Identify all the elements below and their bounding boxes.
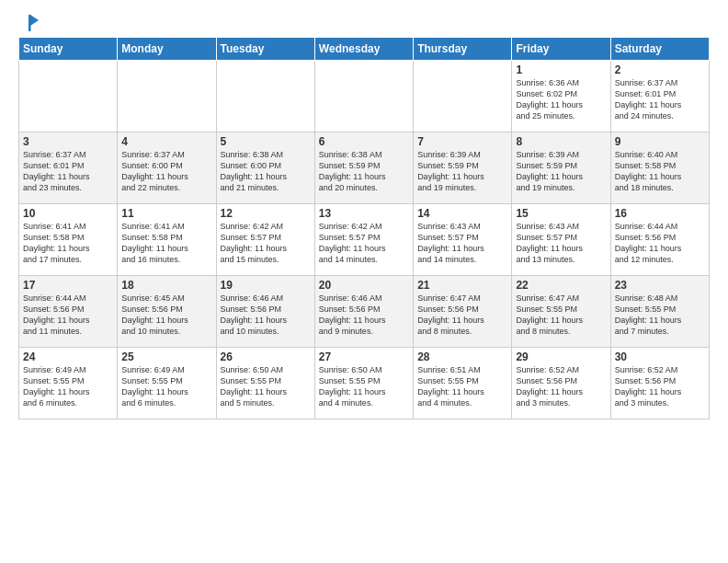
day-info: Sunrise: 6:37 AM Sunset: 6:01 PM Dayligh… bbox=[23, 149, 113, 194]
day-number: 8 bbox=[516, 135, 606, 148]
day-info: Sunrise: 6:52 AM Sunset: 5:56 PM Dayligh… bbox=[615, 364, 705, 409]
calendar-week-5: 24Sunrise: 6:49 AM Sunset: 5:55 PM Dayli… bbox=[19, 348, 710, 419]
calendar-cell: 22Sunrise: 6:47 AM Sunset: 5:55 PM Dayli… bbox=[512, 276, 610, 348]
day-number: 21 bbox=[417, 279, 507, 292]
day-info: Sunrise: 6:38 AM Sunset: 6:00 PM Dayligh… bbox=[221, 149, 311, 194]
calendar-cell: 1Sunrise: 6:36 AM Sunset: 6:02 PM Daylig… bbox=[512, 61, 610, 132]
day-number: 3 bbox=[23, 135, 113, 148]
calendar-cell bbox=[216, 61, 314, 132]
day-info: Sunrise: 6:45 AM Sunset: 5:56 PM Dayligh… bbox=[121, 293, 211, 338]
day-number: 25 bbox=[121, 350, 211, 363]
calendar-cell: 14Sunrise: 6:43 AM Sunset: 5:57 PM Dayli… bbox=[414, 204, 512, 276]
calendar-cell: 2Sunrise: 6:37 AM Sunset: 6:01 PM Daylig… bbox=[610, 61, 709, 132]
calendar-cell: 8Sunrise: 6:39 AM Sunset: 5:59 PM Daylig… bbox=[512, 132, 610, 204]
day-info: Sunrise: 6:49 AM Sunset: 5:55 PM Dayligh… bbox=[121, 364, 211, 409]
calendar-header-row: SundayMondayTuesdayWednesdayThursdayFrid… bbox=[19, 38, 710, 61]
calendar-cell: 30Sunrise: 6:52 AM Sunset: 5:56 PM Dayli… bbox=[610, 348, 709, 419]
calendar-col-tuesday: Tuesday bbox=[216, 38, 314, 61]
day-info: Sunrise: 6:44 AM Sunset: 5:56 PM Dayligh… bbox=[615, 221, 705, 266]
day-info: Sunrise: 6:47 AM Sunset: 5:56 PM Dayligh… bbox=[417, 293, 507, 338]
day-info: Sunrise: 6:41 AM Sunset: 5:58 PM Dayligh… bbox=[121, 221, 211, 266]
day-number: 27 bbox=[319, 350, 409, 363]
calendar-col-monday: Monday bbox=[118, 38, 216, 61]
day-number: 22 bbox=[516, 279, 606, 292]
calendar-cell: 17Sunrise: 6:44 AM Sunset: 5:56 PM Dayli… bbox=[19, 276, 118, 348]
day-number: 10 bbox=[23, 207, 113, 220]
calendar-cell: 25Sunrise: 6:49 AM Sunset: 5:55 PM Dayli… bbox=[118, 348, 216, 419]
calendar-week-1: 1Sunrise: 6:36 AM Sunset: 6:02 PM Daylig… bbox=[19, 61, 710, 132]
day-number: 9 bbox=[615, 135, 705, 148]
calendar-cell: 20Sunrise: 6:46 AM Sunset: 5:56 PM Dayli… bbox=[314, 276, 413, 348]
day-number: 17 bbox=[23, 279, 113, 292]
day-number: 28 bbox=[417, 350, 507, 363]
day-number: 23 bbox=[615, 279, 705, 292]
day-number: 13 bbox=[319, 207, 409, 220]
day-info: Sunrise: 6:51 AM Sunset: 5:55 PM Dayligh… bbox=[417, 364, 507, 409]
day-info: Sunrise: 6:50 AM Sunset: 5:55 PM Dayligh… bbox=[221, 364, 311, 409]
day-number: 26 bbox=[221, 350, 311, 363]
day-info: Sunrise: 6:46 AM Sunset: 5:56 PM Dayligh… bbox=[221, 293, 311, 338]
calendar-cell: 7Sunrise: 6:39 AM Sunset: 5:59 PM Daylig… bbox=[414, 132, 512, 204]
day-info: Sunrise: 6:43 AM Sunset: 5:57 PM Dayligh… bbox=[417, 221, 507, 266]
calendar-col-wednesday: Wednesday bbox=[314, 38, 413, 61]
day-info: Sunrise: 6:40 AM Sunset: 5:58 PM Dayligh… bbox=[615, 149, 705, 194]
calendar-cell: 6Sunrise: 6:38 AM Sunset: 5:59 PM Daylig… bbox=[314, 132, 413, 204]
day-number: 1 bbox=[516, 63, 606, 76]
calendar-cell: 4Sunrise: 6:37 AM Sunset: 6:00 PM Daylig… bbox=[118, 132, 216, 204]
calendar-week-3: 10Sunrise: 6:41 AM Sunset: 5:58 PM Dayli… bbox=[19, 204, 710, 276]
calendar-cell: 29Sunrise: 6:52 AM Sunset: 5:56 PM Dayli… bbox=[512, 348, 610, 419]
calendar-cell: 16Sunrise: 6:44 AM Sunset: 5:56 PM Dayli… bbox=[610, 204, 709, 276]
calendar-cell: 27Sunrise: 6:50 AM Sunset: 5:55 PM Dayli… bbox=[314, 348, 413, 419]
page: SundayMondayTuesdayWednesdayThursdayFrid… bbox=[0, 0, 728, 429]
day-info: Sunrise: 6:43 AM Sunset: 5:57 PM Dayligh… bbox=[516, 221, 606, 266]
calendar-cell: 11Sunrise: 6:41 AM Sunset: 5:58 PM Dayli… bbox=[118, 204, 216, 276]
calendar-cell: 12Sunrise: 6:42 AM Sunset: 5:57 PM Dayli… bbox=[216, 204, 314, 276]
day-info: Sunrise: 6:49 AM Sunset: 5:55 PM Dayligh… bbox=[23, 364, 113, 409]
day-info: Sunrise: 6:37 AM Sunset: 6:01 PM Dayligh… bbox=[615, 77, 705, 122]
calendar-cell: 3Sunrise: 6:37 AM Sunset: 6:01 PM Daylig… bbox=[19, 132, 118, 204]
calendar-cell: 9Sunrise: 6:40 AM Sunset: 5:58 PM Daylig… bbox=[610, 132, 709, 204]
day-number: 2 bbox=[615, 63, 705, 76]
day-info: Sunrise: 6:46 AM Sunset: 5:56 PM Dayligh… bbox=[319, 293, 409, 338]
day-info: Sunrise: 6:48 AM Sunset: 5:55 PM Dayligh… bbox=[615, 293, 705, 338]
calendar-cell: 23Sunrise: 6:48 AM Sunset: 5:55 PM Dayli… bbox=[610, 276, 709, 348]
calendar-cell: 5Sunrise: 6:38 AM Sunset: 6:00 PM Daylig… bbox=[216, 132, 314, 204]
day-info: Sunrise: 6:44 AM Sunset: 5:56 PM Dayligh… bbox=[23, 293, 113, 338]
calendar-cell bbox=[414, 61, 512, 132]
calendar-cell: 21Sunrise: 6:47 AM Sunset: 5:56 PM Dayli… bbox=[414, 276, 512, 348]
day-number: 19 bbox=[221, 279, 311, 292]
day-number: 14 bbox=[417, 207, 507, 220]
day-info: Sunrise: 6:42 AM Sunset: 5:57 PM Dayligh… bbox=[221, 221, 311, 266]
day-info: Sunrise: 6:39 AM Sunset: 5:59 PM Dayligh… bbox=[516, 149, 606, 194]
day-info: Sunrise: 6:52 AM Sunset: 5:56 PM Dayligh… bbox=[516, 364, 606, 409]
calendar-col-sunday: Sunday bbox=[19, 38, 118, 61]
day-number: 20 bbox=[319, 279, 409, 292]
svg-rect-1 bbox=[28, 15, 31, 31]
header bbox=[18, 15, 710, 29]
day-info: Sunrise: 6:41 AM Sunset: 5:58 PM Dayligh… bbox=[23, 221, 113, 266]
calendar-cell: 24Sunrise: 6:49 AM Sunset: 5:55 PM Dayli… bbox=[19, 348, 118, 419]
calendar-week-4: 17Sunrise: 6:44 AM Sunset: 5:56 PM Dayli… bbox=[19, 276, 710, 348]
day-info: Sunrise: 6:37 AM Sunset: 6:00 PM Dayligh… bbox=[121, 149, 211, 194]
day-info: Sunrise: 6:50 AM Sunset: 5:55 PM Dayligh… bbox=[319, 364, 409, 409]
day-info: Sunrise: 6:38 AM Sunset: 5:59 PM Dayligh… bbox=[319, 149, 409, 194]
day-info: Sunrise: 6:36 AM Sunset: 6:02 PM Dayligh… bbox=[516, 77, 606, 122]
calendar-col-friday: Friday bbox=[512, 38, 610, 61]
day-number: 15 bbox=[516, 207, 606, 220]
day-info: Sunrise: 6:39 AM Sunset: 5:59 PM Dayligh… bbox=[417, 149, 507, 194]
calendar-col-thursday: Thursday bbox=[414, 38, 512, 61]
day-number: 12 bbox=[221, 207, 311, 220]
calendar-cell bbox=[118, 61, 216, 132]
day-number: 30 bbox=[615, 350, 705, 363]
calendar: SundayMondayTuesdayWednesdayThursdayFrid… bbox=[18, 37, 710, 419]
calendar-cell: 28Sunrise: 6:51 AM Sunset: 5:55 PM Dayli… bbox=[414, 348, 512, 419]
day-number: 4 bbox=[121, 135, 211, 148]
calendar-cell bbox=[19, 61, 118, 132]
calendar-cell: 19Sunrise: 6:46 AM Sunset: 5:56 PM Dayli… bbox=[216, 276, 314, 348]
calendar-cell bbox=[314, 61, 413, 132]
calendar-week-2: 3Sunrise: 6:37 AM Sunset: 6:01 PM Daylig… bbox=[19, 132, 710, 204]
day-number: 5 bbox=[221, 135, 311, 148]
logo bbox=[18, 15, 40, 29]
day-number: 6 bbox=[319, 135, 409, 148]
svg-marker-0 bbox=[30, 15, 39, 26]
